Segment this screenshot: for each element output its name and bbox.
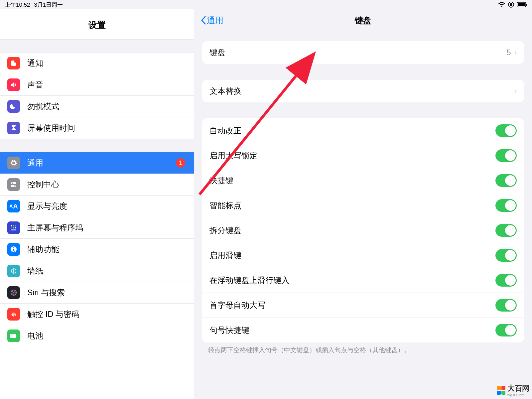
sidebar-item-label: 辅助功能 [27, 244, 59, 255]
back-label: 通用 [207, 15, 223, 26]
sidebar-item-label: 控制中心 [27, 179, 59, 190]
toggles-icon [7, 178, 20, 191]
settings-sidebar: 设置 通知 声音 勿扰模式 屏幕使用时间 通用 1 控制中心 A [0, 9, 194, 399]
toggle-switch[interactable] [495, 324, 517, 336]
sidebar-divider [0, 39, 194, 53]
chevron-left-icon [201, 16, 206, 25]
svg-rect-14 [13, 227, 14, 228]
sidebar-item-wallpaper[interactable]: 墙纸 [0, 260, 194, 282]
detail-navbar: 通用 键盘 [194, 9, 532, 29]
status-time: 上午10:52 [5, 1, 30, 9]
svg-rect-12 [15, 225, 16, 226]
sidebar-item-label: 通用 [27, 158, 43, 168]
sidebar-item-label: Siri 与搜索 [27, 287, 65, 298]
toggle-switch[interactable] [495, 149, 517, 162]
row-toggle: 在浮动键盘上滑行键入 [202, 268, 524, 293]
row-label: 文本替换 [209, 86, 514, 96]
svg-rect-3 [526, 4, 527, 6]
moon-icon [7, 100, 20, 113]
row-label: 拆分键盘 [209, 225, 495, 236]
row-value: 5 [506, 48, 511, 57]
battery-icon [517, 2, 527, 7]
svg-rect-25 [17, 335, 17, 337]
toggle-switch[interactable] [495, 124, 517, 137]
svg-rect-13 [11, 227, 12, 228]
wifi-icon [498, 2, 505, 7]
sidebar-item-home-screen[interactable]: 主屏幕与程序坞 [0, 217, 194, 239]
sounds-icon [7, 78, 20, 91]
sidebar-item-label: 显示与亮度 [27, 201, 67, 211]
sidebar-divider [0, 139, 194, 152]
row-toggle: 自动改正 [202, 118, 524, 143]
fingerprint-icon [7, 308, 20, 321]
footnote: 轻点两下空格键插入句号（中文键盘）或插入句点与空格（其他键盘）。 [208, 346, 518, 354]
sidebar-title: 设置 [0, 9, 194, 39]
sidebar-item-battery[interactable]: 电池 [0, 325, 194, 346]
sidebar-item-label: 声音 [27, 79, 43, 90]
row-toggle: 快捷键 [202, 168, 524, 193]
sidebar-item-notifications[interactable]: 通知 [0, 53, 194, 74]
badge: 1 [176, 158, 185, 168]
sidebar-item-label: 主屏幕与程序坞 [27, 222, 83, 233]
row-label: 在浮动键盘上滑行键入 [209, 275, 495, 286]
sidebar-item-label: 通知 [27, 58, 43, 68]
sidebar-item-accessibility[interactable]: 辅助功能 [0, 239, 194, 260]
sidebar-item-label: 触控 ID 与密码 [27, 309, 79, 320]
toggle-switch[interactable] [495, 274, 517, 287]
row-label: 启用大写锁定 [209, 150, 495, 161]
svg-point-9 [14, 185, 16, 187]
back-button[interactable]: 通用 [201, 15, 223, 26]
detail-pane: 通用 键盘 键盘 5 › 文本替换 › 自动改正启用大写锁定快捷键智能标点拆分键… [194, 9, 532, 399]
status-bar: 上午10:52 3月1日周一 [0, 0, 532, 9]
sidebar-item-control-center[interactable]: 控制中心 [0, 174, 194, 196]
detail-title: 键盘 [194, 15, 532, 26]
gear-icon [7, 157, 20, 169]
row-label: 智能标点 [209, 200, 495, 211]
row-toggle: 句号快捷键 [202, 318, 524, 342]
sidebar-item-screentime[interactable]: 屏幕使用时间 [0, 117, 194, 139]
row-text-replacement[interactable]: 文本替换 › [202, 80, 524, 102]
toggle-switch[interactable] [495, 199, 517, 212]
toggle-switch[interactable] [495, 174, 517, 187]
row-label: 句号快捷键 [209, 325, 495, 335]
svg-point-20 [13, 270, 14, 272]
sidebar-item-touchid[interactable]: 触控 ID 与密码 [0, 304, 194, 325]
status-date: 3月1日周一 [34, 1, 63, 9]
toggle-switch[interactable] [495, 249, 517, 262]
svg-point-23 [13, 292, 15, 294]
svg-point-5 [14, 61, 17, 63]
chevron-right-icon: › [514, 48, 517, 57]
row-label: 自动改正 [209, 125, 495, 136]
row-label: 启用滑键 [209, 250, 495, 261]
sidebar-item-general[interactable]: 通用 1 [0, 152, 194, 174]
text-size-icon: AA [7, 200, 20, 212]
section-text-replacement: 文本替换 › [202, 80, 524, 102]
sidebar-item-label: 勿扰模式 [27, 101, 59, 112]
toggle-switch[interactable] [495, 299, 517, 312]
row-label: 键盘 [209, 47, 506, 58]
sidebar-item-label: 墙纸 [27, 266, 43, 276]
svg-point-7 [12, 183, 13, 184]
svg-rect-15 [15, 227, 16, 228]
sidebar-item-display[interactable]: AA 显示与亮度 [0, 196, 194, 217]
accessibility-icon [7, 243, 20, 256]
svg-rect-16 [11, 229, 16, 230]
sidebar-item-siri[interactable]: Siri 与搜索 [0, 282, 194, 304]
row-label: 快捷键 [209, 175, 495, 186]
row-label: 首字母自动大写 [209, 300, 495, 311]
svg-point-18 [13, 247, 14, 249]
svg-rect-24 [10, 334, 16, 338]
sidebar-item-dnd[interactable]: 勿扰模式 [0, 96, 194, 117]
svg-rect-11 [13, 225, 14, 226]
row-toggle: 启用滑键 [202, 243, 524, 268]
chevron-right-icon: › [514, 87, 517, 95]
sidebar-item-label: 屏幕使用时间 [27, 123, 75, 133]
battery-icon [7, 330, 20, 342]
row-keyboards[interactable]: 键盘 5 › [202, 41, 524, 64]
row-toggle: 拆分键盘 [202, 218, 524, 243]
sidebar-item-label: 电池 [27, 331, 43, 341]
section-toggles: 自动改正启用大写锁定快捷键智能标点拆分键盘启用滑键在浮动键盘上滑行键入首字母自动… [202, 118, 524, 342]
toggle-switch[interactable] [495, 224, 517, 237]
home-grid-icon [7, 221, 20, 234]
sidebar-item-sounds[interactable]: 声音 [0, 74, 194, 96]
